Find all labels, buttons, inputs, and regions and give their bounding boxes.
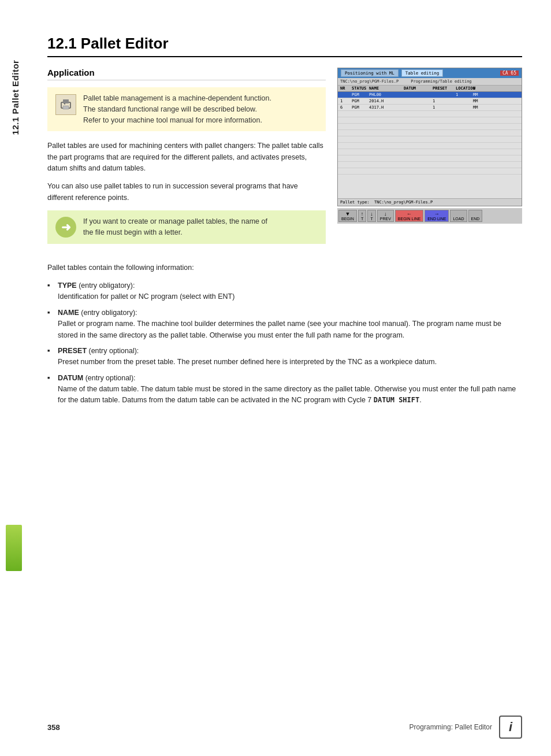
note-box-text: If you want to create or manage pallet t… <box>83 216 267 238</box>
table-row-empty <box>338 117 522 124</box>
footer-label: Programming: Pallet Editor <box>409 723 492 731</box>
qualifier-preset: (entry optional): <box>89 347 139 355</box>
btn-begin: ▼ BEGIN <box>338 210 357 222</box>
table-row: 6 PGM 4317.H 1 MM <box>338 105 522 111</box>
screenshot-buttons-row: ▼ BEGIN ↑ T ↓ T ↓ PREV <box>337 208 522 224</box>
table-row-empty <box>338 143 522 149</box>
qualifier-name: (entry obligatory): <box>81 309 137 317</box>
footer-icon: i <box>499 716 522 739</box>
bullet-preset: PRESET (entry optional): Preset number f… <box>47 346 522 368</box>
sidebar-green-bar <box>6 525 22 571</box>
text-type: Identification for pallet or NC program … <box>58 292 234 301</box>
table-row-empty <box>338 130 522 136</box>
arrow-icon: ➜ <box>61 220 71 234</box>
table-row-empty <box>338 124 522 130</box>
table-row: PGM PHL00 1 MM <box>338 92 522 98</box>
btn-t2: ↓ T <box>367 210 376 222</box>
screenshot: Positioning with ML Table editing CA 65 … <box>337 68 522 206</box>
bottom-path-label: Pallet type: TNC:\no_prog\PGM-Files.P <box>340 200 433 205</box>
text-name: Pallet or program name. The machine tool… <box>58 320 501 339</box>
screenshot-area: Positioning with ML Table editing CA 65 … <box>337 68 522 253</box>
svg-rect-2 <box>63 106 69 109</box>
page-footer: 358 Programming: Pallet Editor i <box>30 716 551 739</box>
sidebar: 12.1 Pallet Editor <box>0 0 30 756</box>
chapter-title: 12.1 Pallet Editor <box>47 35 522 57</box>
term-type: TYPE <box>58 281 77 290</box>
table-row-empty <box>338 162 522 168</box>
footer-right: Programming: Pallet Editor i <box>409 716 522 739</box>
qualifier-datum: (entry optional): <box>85 374 136 382</box>
tab-positioning: Positioning with ML <box>341 69 399 77</box>
screenshot-bottom-bar: Pallet type: TNC:\no_prog\PGM-Files.P <box>338 198 522 206</box>
btn-end: END <box>468 210 483 222</box>
bullet-datum: DATUM (entry optional): Name of the datu… <box>47 373 522 406</box>
table-row: 1 PGM 2014.H 1 MM <box>338 98 522 105</box>
term-preset: PRESET <box>58 347 87 355</box>
term-name: NAME <box>58 309 79 317</box>
bullet-type: TYPE (entry obligatory): Identification … <box>47 280 522 303</box>
info-icon <box>55 94 76 115</box>
info-box-text: Pallet table management is a machine-dep… <box>83 93 271 125</box>
content-left: Application Pallet table management is a… <box>47 68 326 253</box>
main-content: 12.1 Pallet Editor Application <box>30 0 551 756</box>
table-row-empty <box>338 111 522 117</box>
note-box: ➜ If you want to create or manage pallet… <box>47 210 326 244</box>
svg-rect-1 <box>63 99 69 103</box>
screenshot-table-header: NR STATUS NAME DATUM PRESET LOCATION U <box>338 86 522 92</box>
printer-icon <box>59 98 73 112</box>
screenshot-subtitle: TNC:\no_prog\PGM-Files.P Programming/Tab… <box>338 78 522 86</box>
btn-t1: ↑ T <box>358 210 367 222</box>
info-box: Pallet table management is a machine-dep… <box>47 87 326 131</box>
btn-begin-line: ← BEGIN LINE <box>395 210 423 222</box>
text-datum: Name of the datum table. The datum table… <box>58 385 516 404</box>
table-row-empty <box>338 136 522 143</box>
close-button: CA 65 <box>500 71 519 76</box>
bullet-list: TYPE (entry obligatory): Identification … <box>47 280 522 406</box>
btn-prev: ↓ PREV <box>377 210 394 222</box>
page-container: 12.1 Pallet Editor 12.1 Pallet Editor Ap… <box>0 0 551 756</box>
screenshot-titlebar: Positioning with ML Table editing CA 65 <box>338 68 522 78</box>
bullet-name: NAME (entry obligatory): Pallet or progr… <box>47 307 522 341</box>
sidebar-chapter-label: 12.1 Pallet Editor <box>10 60 20 135</box>
svg-rect-3 <box>64 103 65 105</box>
paragraph-2: You can also use pallet tables to run in… <box>47 181 326 203</box>
note-icon: ➜ <box>55 217 76 238</box>
table-row-empty <box>338 149 522 155</box>
footer-icon-text: i <box>509 720 512 735</box>
btn-load: LOAD <box>450 210 467 222</box>
paragraph-1: Pallet tables are used for machining cen… <box>47 140 326 174</box>
tab-table-editing: Table editing <box>401 69 444 77</box>
term-datum: DATUM <box>58 374 83 382</box>
text-preset: Preset number from the preset table. The… <box>58 358 437 366</box>
btn-end-line: → END LINE <box>425 210 449 222</box>
page-number: 358 <box>47 723 60 732</box>
paragraph-3: Pallet tables contain the following info… <box>47 262 522 273</box>
qualifier-type: (entry obligatory): <box>79 281 135 290</box>
table-row-empty <box>338 155 522 162</box>
table-row-empty <box>338 168 522 175</box>
section-heading: Application <box>47 68 326 80</box>
two-col-layout: Application Pallet table management is a… <box>47 68 522 253</box>
